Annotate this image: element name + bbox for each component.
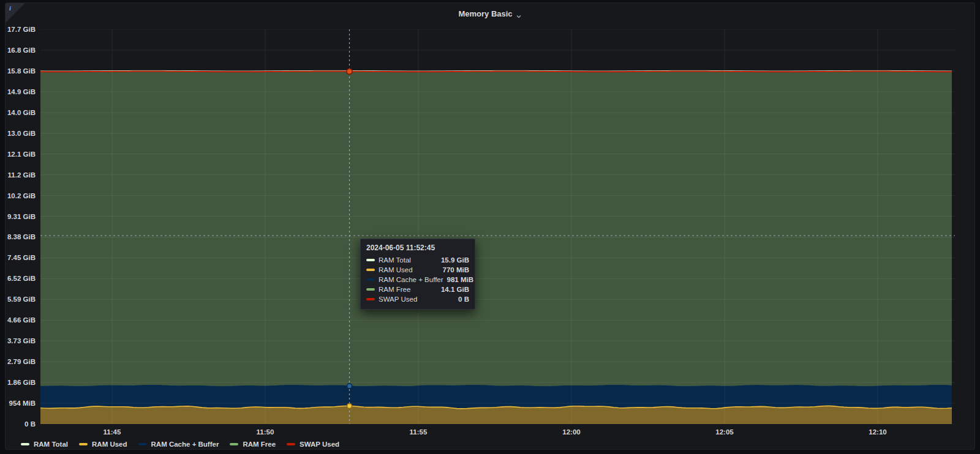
tooltip-series-swatch — [366, 298, 375, 300]
y-axis-label: 4.66 GiB — [6, 316, 36, 324]
y-axis-label: 12.1 GiB — [6, 150, 36, 158]
chart-area[interactable] — [40, 29, 955, 424]
y-axis-label: 6.52 GiB — [6, 274, 36, 283]
info-icon: i — [9, 4, 11, 12]
legend-label: SWAP Used — [300, 441, 339, 448]
tooltip-series-swatch — [366, 278, 375, 281]
y-axis-label: 7.45 GiB — [6, 253, 36, 262]
y-axis-label: 17.7 GiB — [6, 25, 36, 34]
x-axis-label: 11:45 — [94, 428, 130, 436]
legend-label: RAM Free — [243, 441, 276, 448]
tooltip-series-name: RAM Cache + Buffer — [379, 276, 443, 283]
tooltip-row: RAM Total15.9 GiB — [366, 255, 469, 265]
tooltip-row: SWAP Used0 B — [366, 294, 469, 304]
panel-title[interactable]: Memory Basic — [458, 9, 512, 18]
y-axis-label: 5.59 GiB — [6, 295, 36, 303]
tooltip-series-value: 770 MiB — [443, 266, 469, 274]
y-axis-label: 954 MiB — [6, 399, 36, 407]
legend: RAM TotalRAM UsedRAM Cache + BufferRAM F… — [21, 439, 339, 450]
legend-swatch — [79, 443, 88, 445]
tooltip: 2024-06-05 11:52:45 RAM Total15.9 GiBRAM… — [360, 239, 475, 310]
x-axis-label: 12:10 — [859, 428, 896, 436]
legend-swatch — [138, 443, 147, 445]
y-axis-label: 15.8 GiB — [6, 67, 36, 75]
tooltip-series-value: 14.1 GiB — [441, 286, 469, 293]
y-axis-label: 14.0 GiB — [6, 108, 36, 117]
tooltip-rows: RAM Total15.9 GiBRAM Used770 MiBRAM Cach… — [366, 255, 469, 304]
tooltip-series-swatch — [366, 288, 375, 291]
tooltip-row: RAM Used770 MiB — [366, 265, 469, 275]
legend-label: RAM Used — [92, 441, 127, 448]
legend-swatch — [21, 443, 29, 445]
y-axis-label: 2.79 GiB — [6, 357, 36, 366]
panel-header[interactable]: Memory Basic — [6, 6, 974, 21]
x-axis-label: 11:55 — [400, 428, 437, 436]
legend-item-ram-total[interactable]: RAM Total — [21, 441, 68, 448]
y-axis-label: 1.86 GiB — [6, 378, 36, 387]
legend-item-swap-used[interactable]: SWAP Used — [287, 441, 339, 448]
chevron-down-icon[interactable] — [516, 11, 522, 17]
y-axis-label: 11.2 GiB — [6, 171, 36, 179]
tooltip-row: RAM Cache + Buffer981 MiB — [366, 275, 469, 285]
tooltip-series-value: 981 MiB — [447, 276, 473, 283]
legend-label: RAM Total — [34, 441, 68, 448]
legend-swatch — [287, 443, 295, 445]
y-axis-label: 3.73 GiB — [6, 337, 36, 345]
tooltip-series-value: 0 B — [458, 296, 469, 303]
legend-item-ram-used[interactable]: RAM Used — [79, 441, 127, 448]
tooltip-row: RAM Free14.1 GiB — [366, 285, 469, 294]
y-axis-label: 14.9 GiB — [6, 87, 36, 96]
tooltip-series-name: RAM Free — [379, 286, 410, 293]
legend-item-ram-free[interactable]: RAM Free — [230, 441, 276, 448]
tooltip-series-swatch — [366, 259, 375, 261]
x-axis-label: 11:50 — [247, 428, 284, 436]
tooltip-series-value: 15.9 GiB — [441, 256, 469, 264]
legend-label: RAM Cache + Buffer — [151, 441, 219, 448]
tooltip-series-swatch — [366, 269, 375, 271]
tooltip-series-name: SWAP Used — [379, 296, 417, 303]
y-axis-label: 16.8 GiB — [6, 46, 36, 54]
y-axis-label: 9.31 GiB — [6, 212, 36, 221]
y-axis-label: 0 B — [6, 420, 36, 428]
legend-swatch — [230, 443, 238, 445]
memory-basic-panel: i Memory Basic 17.7 GiB16.8 GiB15.8 GiB1… — [5, 2, 975, 450]
grafana-dashboard: i Memory Basic 17.7 GiB16.8 GiB15.8 GiB1… — [0, 0, 980, 454]
tooltip-series-name: RAM Used — [379, 266, 413, 274]
x-axis-label: 12:00 — [553, 428, 590, 436]
y-axis-label: 13.0 GiB — [6, 129, 36, 138]
x-axis-label: 12:05 — [706, 428, 743, 436]
legend-item-ram-cache-buffer[interactable]: RAM Cache + Buffer — [138, 441, 219, 448]
y-axis-label: 10.2 GiB — [6, 192, 36, 200]
y-axis-label: 8.38 GiB — [6, 233, 36, 241]
tooltip-timestamp: 2024-06-05 11:52:45 — [366, 244, 469, 252]
tooltip-series-name: RAM Total — [379, 256, 411, 264]
